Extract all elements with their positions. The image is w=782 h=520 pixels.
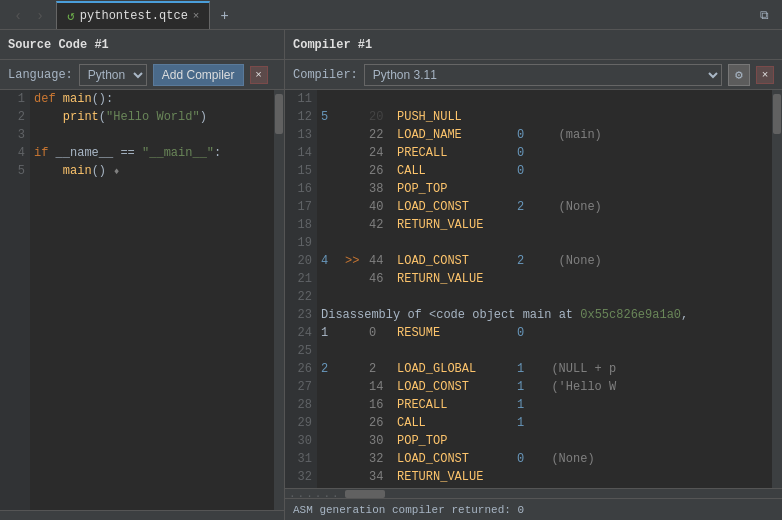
asm-row-18: 42 RETURN_VALUE xyxy=(321,216,768,234)
source-vscroll-thumb[interactable] xyxy=(275,94,283,134)
source-code-header: Source Code #1 xyxy=(0,30,284,60)
asm-row-27: 14 LOAD_CONST 1 ('Hello W xyxy=(321,378,768,396)
asm-row-29: 26 CALL 1 xyxy=(321,414,768,432)
window-restore-button[interactable]: ⧉ xyxy=(754,5,774,25)
asm-row-25 xyxy=(321,342,768,360)
compiler-settings-button[interactable]: ⚙ xyxy=(728,64,750,86)
source-panel-close[interactable]: × xyxy=(250,66,268,84)
tab-filename: pythontest.qtce xyxy=(80,9,188,23)
asm-row-15: 26 CALL 0 xyxy=(321,162,768,180)
forward-button[interactable]: › xyxy=(30,5,50,25)
asm-row-24: 1 0 RESUME 0 xyxy=(321,324,768,342)
status-message: ASM generation compiler returned: 0 xyxy=(293,504,524,516)
source-vscrollbar[interactable] xyxy=(274,90,284,510)
source-code-body: 1 2 3 4 5 def main(): print("Hello World… xyxy=(0,90,284,520)
add-compiler-button[interactable]: Add Compiler xyxy=(153,64,244,86)
source-code-panel: Source Code #1 Language: Python Add Comp… xyxy=(0,30,285,520)
asm-row-30: 30 POP_TOP xyxy=(321,432,768,450)
compiler-close-button[interactable]: × xyxy=(756,66,774,84)
back-button[interactable]: ‹ xyxy=(8,5,28,25)
nav-buttons: ‹ › xyxy=(8,5,50,25)
source-scroll-area: 1 2 3 4 5 def main(): print("Hello World… xyxy=(0,90,284,510)
asm-row-20: 4 >> 44 LOAD_CONST 2 (None) xyxy=(321,252,768,270)
code-line-1: def main(): xyxy=(34,90,270,108)
compiler-vscrollbar[interactable] xyxy=(772,90,782,488)
code-line-2: print("Hello World") xyxy=(34,108,270,126)
compiler-label: Compiler: xyxy=(293,68,358,82)
compiler-status-bar: ASM generation compiler returned: 0 xyxy=(285,498,782,520)
code-line-4: if __name__ == "__main__": xyxy=(34,144,270,162)
asm-output-content: 5 20 PUSH_NULL 22 LOAD_NAME 0 (main) xyxy=(317,90,772,488)
asm-row-28: 16 PRECALL 1 xyxy=(321,396,768,414)
source-line-numbers: 1 2 3 4 5 xyxy=(0,90,30,510)
title-bar: ‹ › ↺ pythontest.qtce × + ⧉ xyxy=(0,0,782,30)
active-tab[interactable]: ↺ pythontest.qtce × xyxy=(56,1,210,29)
compiler-body: 11 12 13 14 15 16 17 18 19 20 21 22 23 2… xyxy=(285,90,782,520)
compiler-scroll-area: 11 12 13 14 15 16 17 18 19 20 21 22 23 2… xyxy=(285,90,782,488)
asm-row-23: Disassembly of <code object main at 0x55… xyxy=(321,306,768,324)
language-select[interactable]: Python xyxy=(79,64,147,86)
source-code-content: def main(): print("Hello World") if __na… xyxy=(30,90,274,510)
compiler-toolbar: Compiler: Python 3.11 ⚙ × xyxy=(285,60,782,90)
compiler-panel-title: Compiler #1 xyxy=(293,38,372,52)
asm-row-12: 5 20 PUSH_NULL xyxy=(321,108,768,126)
asm-row-26: 2 2 LOAD_GLOBAL 1 (NULL + p xyxy=(321,360,768,378)
language-label: Language: xyxy=(8,68,73,82)
asm-row-17: 40 LOAD_CONST 2 (None) xyxy=(321,198,768,216)
asm-row-31: 32 LOAD_CONST 0 (None) xyxy=(321,450,768,468)
asm-row-11 xyxy=(321,90,768,108)
asm-row-16: 38 POP_TOP xyxy=(321,180,768,198)
compiler-panel: Compiler #1 Compiler: Python 3.11 ⚙ × 11… xyxy=(285,30,782,520)
panels: Source Code #1 Language: Python Add Comp… xyxy=(0,30,782,520)
asm-row-21: 46 RETURN_VALUE xyxy=(321,270,768,288)
language-toolbar: Language: Python Add Compiler × xyxy=(0,60,284,90)
compiler-title-bar: Compiler #1 xyxy=(285,30,782,60)
compiler-select[interactable]: Python 3.11 xyxy=(364,64,722,86)
tab-area: ↺ pythontest.qtce × + xyxy=(56,1,748,29)
code-line-5: main() ⬧ xyxy=(34,162,270,180)
asm-row-13: 22 LOAD_NAME 0 (main) xyxy=(321,126,768,144)
source-hscrollbar[interactable] xyxy=(0,510,284,520)
source-code-title: Source Code #1 xyxy=(8,38,109,52)
asm-line-numbers: 11 12 13 14 15 16 17 18 19 20 21 22 23 2… xyxy=(285,90,317,488)
new-tab-button[interactable]: + xyxy=(214,5,234,25)
tab-close-button[interactable]: × xyxy=(193,10,200,22)
asm-row-32: 34 RETURN_VALUE xyxy=(321,468,768,486)
reload-icon: ↺ xyxy=(67,8,75,24)
compiler-vscroll-thumb[interactable] xyxy=(773,94,781,134)
asm-row-22 xyxy=(321,288,768,306)
asm-row-14: 24 PRECALL 0 xyxy=(321,144,768,162)
compiler-hscrollbar[interactable]: ...... xyxy=(285,488,782,498)
code-line-3 xyxy=(34,126,270,144)
hscroll-thumb[interactable] xyxy=(345,490,385,498)
window-actions: ⧉ xyxy=(754,5,774,25)
asm-row-19 xyxy=(321,234,768,252)
